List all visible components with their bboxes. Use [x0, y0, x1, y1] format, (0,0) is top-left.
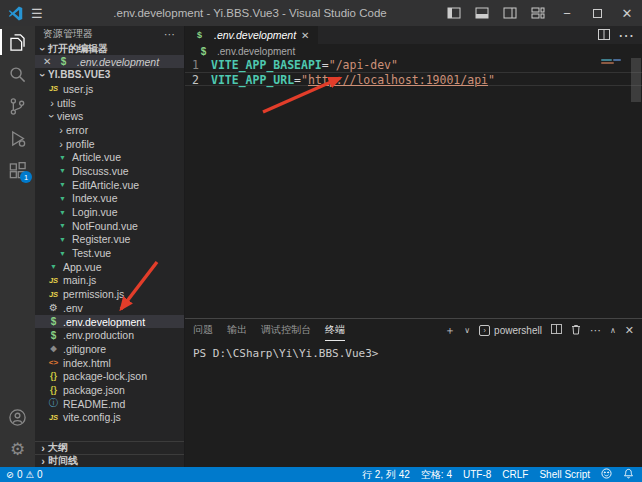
- tree-item-main.js[interactable]: JSmain.js: [35, 274, 184, 288]
- cursor-position[interactable]: 行 2, 列 42: [362, 468, 410, 482]
- customize-layout-icon[interactable]: [524, 0, 552, 26]
- toggle-secondary-sidebar-icon[interactable]: [496, 0, 524, 26]
- url-link[interactable]: http://localhost:19001/api: [308, 73, 488, 85]
- tree-item-permission.js[interactable]: JSpermission.js: [35, 287, 184, 301]
- tab-close-icon[interactable]: ✕: [301, 30, 309, 41]
- explorer-icon[interactable]: [0, 26, 35, 58]
- tree-item-.env.development[interactable]: $.env.development: [35, 315, 184, 329]
- diamond-file-icon: ◆: [47, 344, 60, 353]
- chevron-down-icon: ›: [38, 70, 48, 80]
- tab-env-development[interactable]: $ .env.development ✕: [185, 26, 319, 44]
- accounts-icon[interactable]: [0, 401, 35, 433]
- json-file-icon: {}: [47, 371, 60, 381]
- maximize-button[interactable]: [582, 0, 612, 26]
- tree-item-error[interactable]: ›error: [35, 123, 184, 137]
- extensions-icon[interactable]: 1: [0, 154, 35, 186]
- tree-item-label: Discuss.vue: [72, 165, 129, 177]
- language-mode[interactable]: Shell Script: [539, 469, 590, 480]
- terminal-dropdown-icon[interactable]: ∨: [464, 326, 470, 335]
- tree-item-Index.vue[interactable]: ▼Index.vue: [35, 192, 184, 206]
- tree-item-label: .gitignore: [63, 343, 106, 355]
- timeline-section[interactable]: › 时间线: [35, 454, 184, 467]
- tree-item-profile[interactable]: ›profile: [35, 137, 184, 151]
- minimap[interactable]: [601, 59, 629, 119]
- toggle-panel-icon[interactable]: [468, 0, 496, 26]
- notifications-bell-icon[interactable]: [623, 468, 634, 481]
- vscode-logo: [8, 6, 23, 21]
- panel-tab-终端[interactable]: 终端: [325, 319, 345, 341]
- tree-item-label: views: [57, 110, 83, 122]
- tree-item-label: package-lock.json: [63, 370, 147, 382]
- tree-item-Test.vue[interactable]: ▼Test.vue: [35, 246, 184, 260]
- tree-item-Login.vue[interactable]: ▼Login.vue: [35, 205, 184, 219]
- tree-item-vite.config.js[interactable]: JSvite.config.js: [35, 411, 184, 425]
- chevron-right-icon: ›: [56, 125, 66, 135]
- open-editor-item[interactable]: ✕ $ .env.development: [35, 55, 184, 68]
- sidebar-more-icon[interactable]: ⋯: [164, 28, 176, 41]
- panel-tabs: 问题输出调试控制台终端: [193, 319, 345, 341]
- feedback-icon[interactable]: [601, 468, 612, 481]
- tree-item-package-lock.json[interactable]: {}package-lock.json: [35, 369, 184, 383]
- tree-item-.env[interactable]: ⚙.env: [35, 301, 184, 315]
- code-token: "/api-dev": [329, 58, 398, 72]
- breadcrumb[interactable]: $ .env.development: [185, 44, 642, 58]
- close-button[interactable]: ✕: [612, 0, 642, 26]
- tree-item-EditArticle.vue[interactable]: ▼EditArticle.vue: [35, 178, 184, 192]
- indentation-setting[interactable]: 空格: 4: [421, 468, 452, 482]
- kill-terminal-icon[interactable]: [571, 324, 581, 337]
- tree-item-label: user.js: [63, 83, 93, 95]
- tree-item-App.vue[interactable]: ▼App.vue: [35, 260, 184, 274]
- problems-status[interactable]: ⊘ 0 ⚠ 0: [6, 469, 43, 480]
- status-bar: ⊘ 0 ⚠ 0 行 2, 列 42 空格: 4 UTF-8 CRLF Shell…: [0, 467, 642, 482]
- new-terminal-icon[interactable]: ＋: [444, 323, 455, 338]
- tree-item-index.html[interactable]: <>index.html: [35, 356, 184, 370]
- run-debug-icon[interactable]: [0, 122, 35, 154]
- tree-item-label: vite.config.js: [63, 411, 121, 423]
- shell-file-icon: $: [197, 46, 210, 57]
- project-root-header[interactable]: › YI.BBS.VUE3: [35, 68, 184, 81]
- tree-item-utils[interactable]: ›utils: [35, 96, 184, 110]
- tree-item-README.md[interactable]: ⓘREADME.md: [35, 397, 184, 411]
- tree-item-user.js[interactable]: JSuser.js: [35, 82, 184, 96]
- close-icon[interactable]: ✕: [43, 56, 53, 67]
- tree-item-.gitignore[interactable]: ◆.gitignore: [35, 342, 184, 356]
- panel-tab-调试控制台[interactable]: 调试控制台: [261, 319, 311, 341]
- close-panel-icon[interactable]: ✕: [625, 324, 634, 337]
- vue-file-icon: ▼: [56, 236, 69, 243]
- code-editor[interactable]: 1VITE_APP_BASEAPI="/api-dev"2VITE_APP_UR…: [185, 58, 642, 318]
- tree-item-label: Login.vue: [72, 206, 118, 218]
- panel-tab-输出[interactable]: 输出: [227, 319, 247, 341]
- tree-item-views[interactable]: ›views: [35, 109, 184, 123]
- editor-scrollbar[interactable]: [631, 58, 641, 102]
- shell-selector[interactable]: › powershell: [479, 325, 542, 336]
- tree-item-Article.vue[interactable]: ▼Article.vue: [35, 150, 184, 164]
- eol-setting[interactable]: CRLF: [502, 469, 528, 480]
- open-editors-header[interactable]: › 打开的编辑器: [35, 42, 184, 55]
- tree-item-Discuss.vue[interactable]: ▼Discuss.vue: [35, 164, 184, 178]
- js-file-icon: JS: [47, 276, 60, 285]
- tree-item-.env.production[interactable]: $.env.production: [35, 328, 184, 342]
- tree-item-label: permission.js: [63, 288, 124, 300]
- encoding-setting[interactable]: UTF-8: [463, 469, 491, 480]
- editor-more-actions-icon[interactable]: ⋯: [618, 26, 634, 45]
- tree-item-NotFound.vue[interactable]: ▼NotFound.vue: [35, 219, 184, 233]
- tree-item-package.json[interactable]: {}package.json: [35, 383, 184, 397]
- panel-more-icon[interactable]: ⋯: [590, 324, 601, 337]
- split-editor-icon[interactable]: [598, 26, 610, 44]
- tree-item-Register.vue[interactable]: ▼Register.vue: [35, 233, 184, 247]
- panel-tab-问题[interactable]: 问题: [193, 319, 213, 341]
- menu-icon[interactable]: ☰: [31, 6, 43, 21]
- source-control-icon[interactable]: [0, 90, 35, 122]
- error-icon: ⊘: [6, 469, 14, 480]
- terminal-output[interactable]: PS D:\CSharp\Yi\Yi.BBS.Vue3>: [185, 341, 642, 360]
- split-terminal-icon[interactable]: [551, 324, 562, 336]
- code-token: VITE_APP_URL: [211, 73, 294, 85]
- toggle-sidebar-icon[interactable]: [440, 0, 468, 26]
- maximize-panel-icon[interactable]: ∧: [610, 326, 616, 335]
- minimize-button[interactable]: −: [552, 0, 582, 26]
- settings-gear-icon[interactable]: ⚙: [0, 433, 35, 465]
- code-line-1[interactable]: 1VITE_APP_BASEAPI="/api-dev": [185, 58, 642, 72]
- code-line-2[interactable]: 2VITE_APP_URL="http://localhost:19001/ap…: [185, 72, 642, 86]
- outline-section[interactable]: › 大纲: [35, 441, 184, 454]
- search-icon[interactable]: [0, 58, 35, 90]
